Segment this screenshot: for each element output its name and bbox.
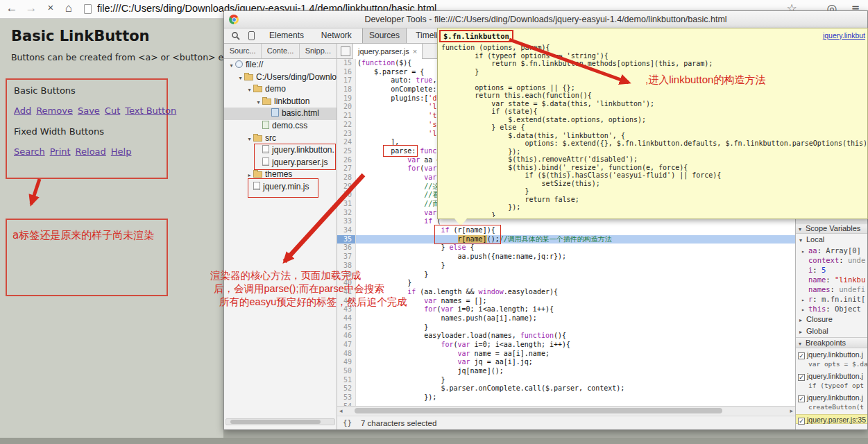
gutter-line-number[interactable]: 35 bbox=[337, 235, 356, 244]
code-line-45[interactable]: 45 } bbox=[337, 323, 795, 332]
code-line-47[interactable]: 47 for(var i=0; i<aa.length; i++){ bbox=[337, 341, 795, 350]
page-link-save[interactable]: Save bbox=[78, 105, 100, 116]
code-line-46[interactable]: 46 easyloader.load(names, function(){ bbox=[337, 332, 795, 341]
tree-item-c-users-ding-downlo[interactable]: ▾C:/Users/ding/Downlo bbox=[224, 71, 337, 84]
page-link-help[interactable]: Help bbox=[111, 146, 132, 157]
chevron-down-icon[interactable]: ▾ bbox=[246, 84, 253, 96]
chevron-down-icon[interactable]: ▾ bbox=[255, 96, 262, 109]
gutter-line-number[interactable]: 38 bbox=[337, 262, 356, 271]
panel-tab-sourc[interactable]: Sourc... bbox=[224, 44, 262, 58]
checkbox-checked-icon[interactable]: ✓ bbox=[798, 395, 805, 402]
code-line-34[interactable]: 34 if (r[name]){ bbox=[337, 226, 795, 235]
navigator-toggle-icon[interactable] bbox=[341, 46, 350, 56]
gutter-line-number[interactable]: 53 bbox=[337, 393, 356, 402]
tree-item-demo[interactable]: ▾demo bbox=[224, 83, 337, 96]
gutter-line-number[interactable]: 51 bbox=[337, 376, 356, 385]
page-link-remove[interactable]: Remove bbox=[36, 105, 73, 116]
gutter-line-number[interactable]: 26 bbox=[337, 156, 356, 165]
breakpoint-entry-4[interactable]: ✓jquery.parser.js:35 bbox=[796, 414, 867, 424]
scope-var-r[interactable]: ▸r: m.fn.init[ bbox=[796, 294, 867, 304]
gutter-line-number[interactable]: 42 bbox=[337, 297, 356, 306]
code-line-41[interactable]: 41 if (aa.length && window.easyloader){ bbox=[337, 288, 795, 297]
gutter-line-number[interactable]: 43 bbox=[337, 305, 356, 314]
scope-section-global[interactable]: ▸Global bbox=[796, 325, 867, 337]
tree-item-themes[interactable]: ▸themes bbox=[224, 169, 337, 181]
scope-section-local[interactable]: ▾Local bbox=[796, 234, 867, 246]
gutter-line-number[interactable]: 17 bbox=[337, 76, 356, 85]
breakpoint-entry-2[interactable]: ✓jquery.linkbutton.jif (typeof opt bbox=[796, 371, 867, 390]
scope-var-names[interactable]: names: undefi bbox=[796, 284, 867, 294]
gutter-line-number[interactable]: 37 bbox=[337, 253, 356, 262]
gutter-line-number[interactable]: 32 bbox=[337, 209, 356, 218]
gutter-line-number[interactable]: 49 bbox=[337, 358, 356, 367]
code-line-42[interactable]: 42 var names = []; bbox=[337, 297, 795, 306]
breakpoint-entry-3[interactable]: ✓jquery.linkbutton.jcreateButton(t bbox=[796, 393, 867, 411]
gutter-line-number[interactable]: 22 bbox=[337, 121, 356, 130]
chevron-right-icon[interactable]: ▸ bbox=[246, 169, 253, 182]
scroll-left-icon[interactable]: ◂ bbox=[339, 407, 343, 415]
gutter-line-number[interactable]: 44 bbox=[337, 314, 356, 323]
tab-sources[interactable]: Sources bbox=[362, 28, 407, 43]
gutter-line-number[interactable]: 15 bbox=[337, 59, 356, 68]
search-icon[interactable] bbox=[231, 31, 240, 40]
tree-item-jquery-parser-js[interactable]: jquery.parser.js bbox=[224, 157, 337, 169]
code-line-44[interactable]: 44 names.push(aa[i].name); bbox=[337, 314, 795, 323]
scope-variables-header[interactable]: ▾Scope Variables bbox=[796, 223, 867, 234]
code-line-40[interactable]: 40 } bbox=[337, 279, 795, 288]
chevron-down-icon[interactable]: ▾ bbox=[237, 72, 244, 85]
gutter-line-number[interactable]: 46 bbox=[337, 332, 356, 341]
gutter-line-number[interactable]: 33 bbox=[337, 217, 356, 226]
gutter-line-number[interactable]: 39 bbox=[337, 271, 356, 280]
gutter-line-number[interactable]: 30 bbox=[337, 191, 356, 200]
source-file-link[interactable]: jquery.linkbut bbox=[823, 31, 865, 40]
scroll-right-icon[interactable]: ▸ bbox=[790, 407, 793, 415]
scrollbar-thumb[interactable] bbox=[230, 420, 321, 424]
back-icon[interactable]: ← bbox=[4, 1, 19, 15]
devtools-titlebar[interactable]: Developer Tools - file:///C:/Users/ding/… bbox=[224, 11, 867, 28]
gutter-line-number[interactable]: 47 bbox=[337, 341, 356, 350]
sidebar-scrollbar[interactable] bbox=[225, 418, 335, 425]
gutter-line-number[interactable]: 29 bbox=[337, 182, 356, 191]
code-line-43[interactable]: 43 for(var i=0; i<aa.length; i++){ bbox=[337, 305, 795, 314]
checkbox-checked-icon[interactable]: ✓ bbox=[798, 352, 805, 359]
editor-hscrollbar[interactable]: ◂ ▸ bbox=[337, 406, 795, 415]
code-line-36[interactable]: 36 } else { bbox=[337, 244, 795, 253]
gutter-line-number[interactable]: 21 bbox=[337, 112, 356, 121]
panel-tab-snipp[interactable]: Snipp... bbox=[300, 44, 337, 58]
gutter-line-number[interactable]: 18 bbox=[337, 85, 356, 94]
page-link-print[interactable]: Print bbox=[50, 146, 71, 157]
tab-elements[interactable]: Elements bbox=[263, 28, 310, 43]
stop-icon[interactable]: × bbox=[43, 1, 58, 13]
code-line-53[interactable]: 53 }); bbox=[337, 393, 795, 402]
code-line-37[interactable]: 37 aa.push({name:name,jq:r}); bbox=[337, 253, 795, 262]
checkbox-checked-icon[interactable]: ✓ bbox=[798, 374, 805, 381]
forward-icon[interactable]: → bbox=[24, 1, 39, 15]
tree-item-file-[interactable]: ▾file:// bbox=[224, 59, 337, 71]
gutter-line-number[interactable]: 28 bbox=[337, 173, 356, 182]
device-mode-icon[interactable] bbox=[248, 31, 255, 40]
tree-item-linkbutton[interactable]: ▾linkbutton bbox=[224, 96, 337, 108]
gutter-line-number[interactable]: 52 bbox=[337, 384, 356, 393]
page-link-cut[interactable]: Cut bbox=[105, 105, 120, 116]
home-icon[interactable]: ⌂ bbox=[61, 1, 76, 15]
scope-section-closure[interactable]: ▸Closure bbox=[796, 314, 867, 325]
gutter-line-number[interactable]: 27 bbox=[337, 164, 356, 173]
chevron-down-icon[interactable]: ▾ bbox=[246, 133, 253, 146]
tree-item-src[interactable]: ▾src bbox=[224, 133, 337, 145]
breakpoint-entry-1[interactable]: ✓jquery.linkbutton.jvar opts = $.da bbox=[796, 350, 867, 368]
scope-var-i[interactable]: i: 5 bbox=[796, 265, 867, 275]
scope-var-aa[interactable]: ▸aa: Array[0] bbox=[796, 246, 867, 255]
gutter-line-number[interactable]: 25 bbox=[337, 147, 356, 156]
page-link-add[interactable]: Add bbox=[14, 105, 31, 116]
tree-item-jquery-linkbutton-[interactable]: jquery.linkbutton. bbox=[224, 144, 337, 157]
gutter-line-number[interactable]: 34 bbox=[337, 226, 356, 235]
code-line-38[interactable]: 38 } bbox=[337, 262, 795, 271]
code-line-50[interactable]: 50 jq[name](); bbox=[337, 367, 795, 376]
checkbox-checked-icon[interactable]: ✓ bbox=[798, 418, 805, 425]
gutter-line-number[interactable]: 45 bbox=[337, 323, 356, 332]
chevron-down-icon[interactable]: ▾ bbox=[228, 60, 235, 72]
gutter-line-number[interactable]: 40 bbox=[337, 279, 356, 288]
gutter-line-number[interactable]: 48 bbox=[337, 350, 356, 359]
gutter-line-number[interactable]: 24 bbox=[337, 138, 356, 147]
gutter-line-number[interactable]: 23 bbox=[337, 130, 356, 139]
